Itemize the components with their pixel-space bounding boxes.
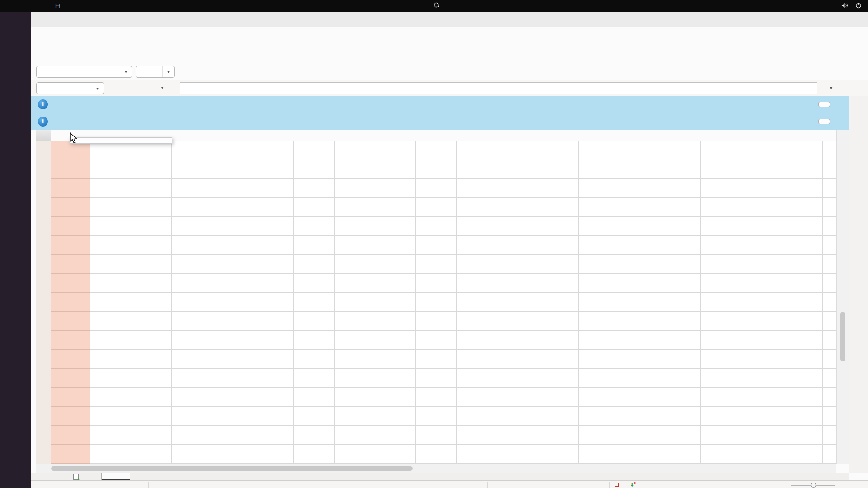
infobar-donate: i [31,113,849,130]
libreoffice-calc-window: ▾ ▾ ▾ ▾ ▾ i i [31,12,868,488]
standard-toolbar [31,43,868,63]
zoom-slider-knob[interactable] [811,483,816,488]
system-top-bar: ▤ [0,0,868,12]
info-icon: i [38,99,48,109]
info-icon: i [38,117,48,127]
volume-icon[interactable] [841,2,848,9]
add-sheet-icon[interactable] [73,474,79,480]
chevron-down-icon[interactable]: ▾ [160,85,165,90]
sheet-tab-bar [31,473,849,480]
chevron-down-icon[interactable]: ▾ [91,83,104,94]
row-headers [36,141,51,464]
expand-formula-bar-icon[interactable]: ▾ [830,85,832,90]
dock [0,12,31,488]
menubar [31,27,868,43]
get-involved-button[interactable] [818,102,830,107]
donate-button[interactable] [818,119,830,124]
chevron-down-icon[interactable]: ▾ [120,66,132,77]
status-bar: ⇓ [31,480,868,488]
horizontal-scrollbar[interactable] [36,464,836,473]
document-modified-icon[interactable]: ⇓ [630,482,634,488]
titlebar[interactable] [31,12,868,27]
notification-bell-icon [434,2,439,9]
app-window-icon: ▤ [55,2,60,9]
spreadsheet-grid[interactable] [51,141,836,464]
sidebar-panel-strip [849,96,868,473]
power-icon[interactable] [855,2,862,9]
selected-column-highlight [51,141,90,464]
font-size-combo[interactable]: ▾ [136,66,175,78]
formula-input[interactable] [180,82,817,94]
formatting-toolbar: ▾ ▾ [31,63,868,80]
font-name-combo[interactable]: ▾ [36,66,132,78]
column-context-menu [70,137,172,144]
select-all-corner[interactable] [36,130,51,141]
chevron-down-icon[interactable]: ▾ [162,66,174,77]
focused-app-indicator[interactable]: ▤ [55,2,63,9]
clock[interactable] [429,2,439,9]
mouse-cursor [69,132,79,144]
infobar-help: i [31,96,849,113]
vertical-scrollbar[interactable] [836,130,849,464]
tab-sheet1[interactable] [101,473,130,480]
scrollbar-thumb[interactable] [840,312,845,361]
name-box[interactable]: ▾ [36,82,104,94]
selection-mode-icon[interactable] [615,483,619,487]
scrollbar-thumb[interactable] [51,466,413,471]
formula-bar: ▾ ▾ ▾ [31,80,868,96]
